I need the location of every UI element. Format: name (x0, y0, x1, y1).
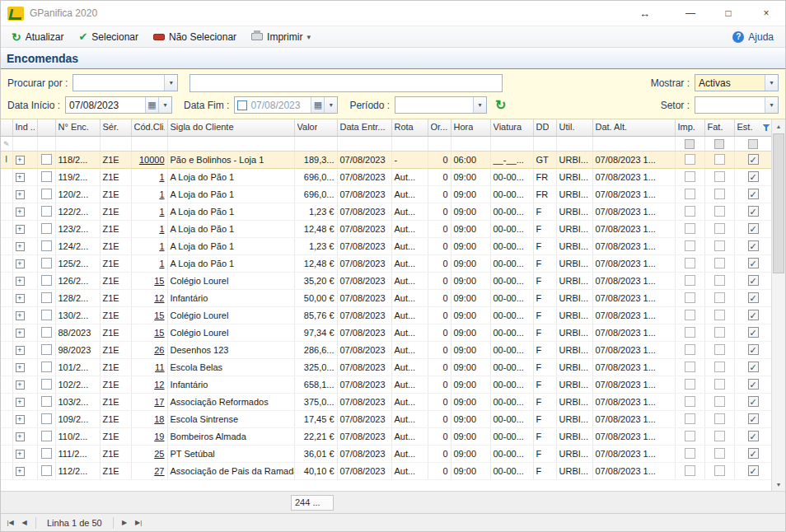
column-header-enc[interactable]: N° Enc. (55, 119, 100, 136)
row-select-checkbox[interactable] (41, 396, 52, 407)
chevron-down-icon[interactable]: ▾ (306, 33, 311, 41)
row-select-checkbox[interactable] (41, 448, 52, 459)
filter-cell-rota[interactable] (391, 136, 428, 151)
order-row[interactable]: +102/2...Z1E12Infantário658,1...07/08/20… (1, 376, 772, 393)
close-button[interactable]: × (747, 1, 785, 26)
column-header-sigla[interactable]: Sigla do Cliente (167, 119, 294, 136)
filter-cell-viatura[interactable] (490, 136, 533, 151)
selecionar-button[interactable]: ✔ Selecionar (73, 30, 144, 44)
row-select-checkbox[interactable] (41, 465, 52, 476)
row-select-checkbox[interactable] (41, 154, 52, 165)
data-fim-picker[interactable]: 07/08/2023 ▦ ▾ (234, 96, 338, 114)
order-row[interactable]: +110/2...Z1E19Bombeiros Almada22,21 €07/… (1, 427, 772, 445)
filter-cell-data[interactable] (337, 136, 391, 151)
row-select-checkbox[interactable] (41, 292, 52, 303)
order-row[interactable]: +111/2...Z1E25PT Setúbal36,01 €07/08/202… (1, 445, 772, 462)
expand-row-button[interactable]: + (16, 450, 25, 459)
vertical-scrollbar[interactable]: ▲ ▼ (771, 119, 785, 491)
row-select-checkbox[interactable] (41, 413, 52, 424)
column-header-ser[interactable]: Sér. (100, 119, 131, 136)
order-row[interactable]: +101/2...Z1E11Escola Belas325,0...07/08/… (1, 358, 772, 376)
order-row[interactable]: +123/2...Z1E1A Loja do Pão 112,48 €07/08… (1, 220, 772, 237)
order-row[interactable]: +103/2...Z1E17Associação Reformados375,0… (1, 393, 772, 410)
column-header-util[interactable]: Util. (556, 119, 592, 136)
filter-cell-valor[interactable] (294, 136, 337, 151)
filter-checkbox-est[interactable] (748, 139, 758, 149)
row-select-checkbox[interactable] (41, 258, 52, 268)
column-header-viatura[interactable]: Viatura (490, 119, 533, 136)
filter-checkbox-imp[interactable] (685, 139, 695, 149)
order-row[interactable]: +130/2...Z1E15Colégio Lourel85,76 €07/08… (1, 306, 772, 324)
expand-row-button[interactable]: + (16, 398, 25, 407)
atualizar-button[interactable]: ↻ Atualizar (6, 30, 69, 44)
row-select-checkbox[interactable] (41, 310, 52, 320)
expand-row-button[interactable]: + (16, 294, 25, 303)
row-select-checkbox[interactable] (41, 379, 52, 390)
row-select-checkbox[interactable] (41, 189, 52, 199)
mostrar-select[interactable]: Activas ▾ (695, 74, 779, 91)
client-code-link[interactable]: 25 (154, 449, 164, 459)
scroll-thumb[interactable] (773, 133, 784, 273)
chevron-down-icon[interactable]: ▾ (765, 97, 778, 113)
filter-cell-cod[interactable] (131, 136, 167, 151)
order-row[interactable]: +119/2...Z1E1A Loja do Pão 1696,0...07/0… (1, 168, 772, 185)
chevron-down-icon[interactable]: ▾ (473, 97, 486, 113)
filter-cell-enc[interactable] (55, 136, 100, 151)
expand-row-button[interactable]: + (16, 346, 25, 355)
column-header-data[interactable]: Data Entr... (337, 119, 391, 136)
grid-auto-filter-row[interactable]: ✎ (1, 136, 772, 151)
column-header-cod[interactable]: Cód.Cli. (131, 119, 167, 136)
expand-row-button[interactable]: + (16, 190, 25, 199)
column-header-est[interactable]: Est. (734, 119, 772, 136)
filter-cell-expand[interactable] (12, 136, 37, 151)
order-row[interactable]: +109/2...Z1E18Escola Sintrense17,45 €07/… (1, 410, 772, 427)
data-fim-checkbox[interactable] (237, 100, 247, 110)
nav-next-button[interactable]: ▶ (118, 516, 132, 530)
setor-select[interactable]: ▾ (695, 96, 779, 114)
chevron-down-icon[interactable]: ▾ (158, 97, 171, 113)
expand-row-button[interactable]: + (16, 363, 25, 372)
order-row[interactable]: +124/2...Z1E1A Loja do Pão 11,23 €07/08/… (1, 237, 772, 254)
filter-cell-hora[interactable] (451, 136, 490, 151)
client-code-link[interactable]: 12 (154, 293, 164, 303)
filter-checkbox-fat[interactable] (714, 139, 724, 149)
imprimir-button[interactable]: Imprimir ▾ (246, 30, 316, 44)
row-select-checkbox[interactable] (41, 240, 52, 251)
filter-cell-select[interactable] (37, 136, 55, 151)
row-select-checkbox[interactable] (41, 362, 52, 372)
ajuda-button[interactable]: ? Ajuda (726, 30, 780, 44)
order-row[interactable]: +128/2...Z1E12Infantário50,00 €07/08/202… (1, 289, 772, 306)
client-code-link[interactable]: 17 (154, 397, 164, 407)
minimize-button[interactable]: — (671, 1, 709, 26)
column-header-indicator[interactable] (1, 119, 12, 136)
refresh-period-button[interactable]: ↻ (495, 99, 506, 112)
nav-last-button[interactable]: ▶| (132, 516, 146, 530)
expand-row-button[interactable]: + (16, 311, 25, 320)
client-code-link[interactable]: 1 (159, 207, 164, 217)
filter-cell-ser[interactable] (100, 136, 131, 151)
order-row[interactable]: +112/2...Z1E27Associação de Pais da Rama… (1, 462, 772, 479)
maximize-button[interactable]: □ (709, 1, 747, 26)
client-code-link[interactable]: 15 (154, 328, 164, 338)
order-row[interactable]: +122/2...Z1E1A Loja do Pão 11,23 €07/08/… (1, 203, 772, 220)
order-row[interactable]: +120/2...Z1E1A Loja do Pão 1696,0...07/0… (1, 185, 772, 203)
column-header-expand[interactable]: Ind ... (12, 119, 37, 136)
scroll-down-button[interactable]: ▼ (772, 478, 785, 491)
order-row[interactable]: +126/2...Z1E15Colégio Lourel35,20 €07/08… (1, 272, 772, 289)
order-row[interactable]: +98/2023Z1E26Desenhos 123286,6...07/08/2… (1, 341, 772, 358)
row-select-checkbox[interactable] (41, 223, 52, 234)
procurar-field-select[interactable]: ▾ (73, 74, 178, 91)
expand-row-button[interactable]: + (16, 259, 25, 268)
client-code-link[interactable]: 15 (154, 310, 164, 320)
scroll-up-button[interactable]: ▲ (772, 119, 785, 133)
client-code-link[interactable]: 1 (159, 189, 164, 199)
filter-funnel-icon[interactable] (763, 124, 770, 131)
chevron-down-icon[interactable]: ▾ (765, 75, 778, 91)
expand-row-button[interactable]: + (16, 329, 25, 338)
column-header-dd[interactable]: DD (533, 119, 556, 136)
row-select-checkbox[interactable] (41, 171, 52, 182)
data-inicio-picker[interactable]: 07/08/2023 ▦ ▾ (65, 96, 172, 114)
column-header-select[interactable] (37, 119, 55, 136)
column-header-fat[interactable]: Fat. (704, 119, 734, 136)
filter-cell-imp[interactable] (675, 136, 704, 151)
